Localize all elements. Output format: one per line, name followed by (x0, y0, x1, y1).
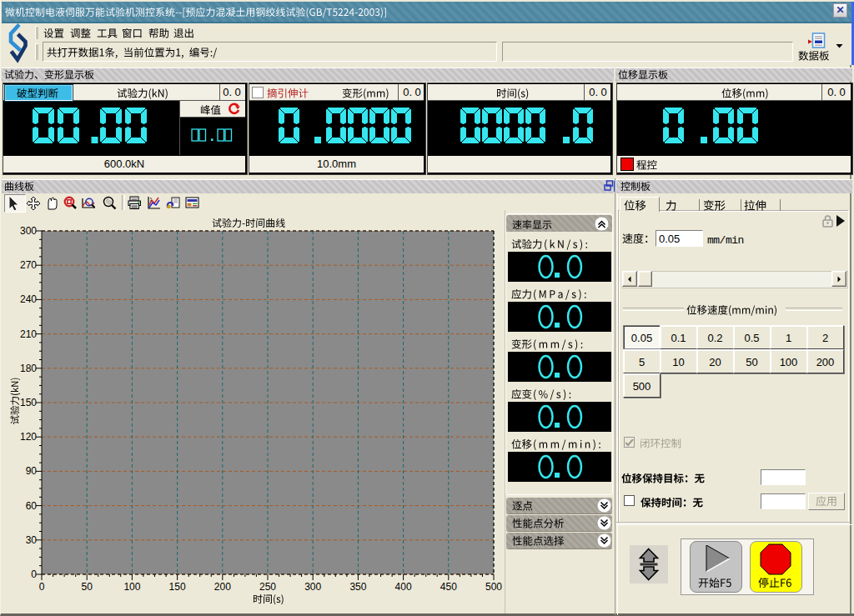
svg-text:0: 0 (31, 568, 37, 580)
svg-text:250: 250 (259, 581, 276, 593)
svg-text:180: 180 (20, 363, 37, 374)
svg-text:90: 90 (26, 465, 38, 477)
svg-text:210: 210 (20, 328, 37, 340)
svg-text:300: 300 (20, 225, 37, 237)
svg-text:50: 50 (82, 581, 93, 593)
svg-text:100: 100 (123, 581, 140, 593)
svg-text:500: 500 (485, 581, 502, 593)
svg-text:270: 270 (20, 259, 37, 271)
svg-text:240: 240 (20, 293, 37, 305)
svg-text:60: 60 (26, 500, 38, 512)
svg-text:120: 120 (20, 431, 37, 443)
svg-text:30: 30 (26, 534, 38, 546)
svg-text:400: 400 (395, 581, 412, 593)
svg-text:350: 350 (349, 581, 366, 593)
svg-text:450: 450 (440, 581, 457, 593)
svg-text:300: 300 (304, 581, 321, 593)
svg-text:150: 150 (20, 397, 37, 408)
svg-text:200: 200 (214, 581, 231, 593)
svg-text:0: 0 (39, 581, 45, 593)
svg-text:150: 150 (169, 581, 186, 593)
